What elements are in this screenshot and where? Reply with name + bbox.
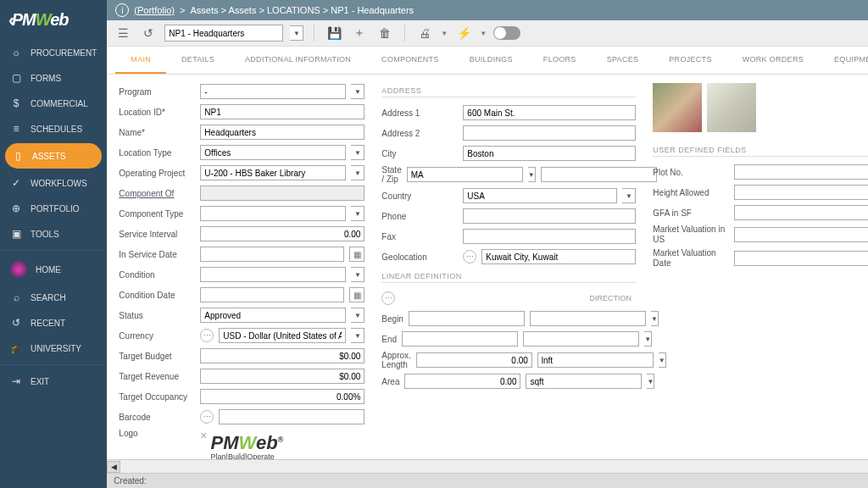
sidebar-item-forms[interactable]: ▢FORMS: [0, 65, 107, 91]
sidebar-item-exit[interactable]: ⇥EXIT: [0, 369, 107, 394]
chevron-down-icon[interactable]: ▼: [528, 167, 536, 182]
image-thumbnail[interactable]: [653, 83, 702, 132]
sidebar-item-home[interactable]: HOME: [0, 254, 107, 285]
zip-field[interactable]: [541, 167, 657, 182]
chevron-down-icon[interactable]: ▼: [622, 188, 636, 203]
program-field[interactable]: [200, 84, 346, 99]
horizontal-scrollbar[interactable]: ◀ ▶: [107, 459, 868, 473]
chevron-down-icon[interactable]: ▼: [351, 308, 364, 323]
sidebar-item-label: SEARCH: [31, 293, 66, 302]
operating-project-label: Operating Project: [119, 169, 195, 178]
toggle-switch[interactable]: [493, 26, 520, 40]
more-icon[interactable]: ⋯: [381, 291, 395, 305]
sidebar-item-portfolio[interactable]: ⊕PORTFOLIO: [0, 196, 107, 221]
tab-main[interactable]: MAIN: [115, 47, 166, 74]
history-button[interactable]: ↺: [139, 24, 158, 42]
service-interval-field[interactable]: [200, 226, 364, 241]
tab-projects[interactable]: PROJECTS: [654, 47, 726, 74]
gfa-field[interactable]: [734, 205, 868, 220]
mv-us-field[interactable]: [734, 227, 868, 242]
breadcrumb-portfolio[interactable]: (Portfolio): [134, 5, 175, 15]
tab-details[interactable]: DETAILS: [166, 47, 230, 74]
remove-logo-button[interactable]: ×: [200, 429, 207, 442]
calendar-icon[interactable]: ▦: [349, 287, 364, 302]
info-icon[interactable]: i: [115, 3, 129, 17]
plot-field[interactable]: [734, 164, 868, 180]
area-field[interactable]: [404, 374, 520, 389]
currency-field[interactable]: [219, 328, 346, 343]
tab-components[interactable]: COMPONENTS: [366, 47, 454, 74]
status-field[interactable]: [200, 308, 346, 323]
fax-field[interactable]: [463, 229, 636, 244]
phone-field[interactable]: [463, 208, 636, 224]
condition-field[interactable]: [200, 267, 346, 282]
country-field[interactable]: [463, 188, 617, 203]
begin-dir-field[interactable]: [530, 311, 646, 326]
sidebar-item-tools[interactable]: ▣TOOLS: [0, 221, 107, 247]
chevron-down-icon[interactable]: ▼: [644, 331, 652, 347]
tab-floors[interactable]: FLOORS: [528, 47, 592, 74]
target-budget-field[interactable]: [200, 348, 364, 363]
chevron-down-icon[interactable]: ▼: [290, 25, 303, 41]
location-type-field[interactable]: [200, 145, 346, 160]
state-field[interactable]: [407, 167, 523, 182]
in-service-date-field[interactable]: [200, 247, 344, 262]
tab-equipment[interactable]: EQUIPMENT: [819, 47, 868, 74]
logo-tagline: Plan|Build|Operate: [211, 452, 284, 459]
sidebar-item-commercial[interactable]: $COMMERCIAL: [0, 91, 107, 116]
target-revenue-field[interactable]: [200, 369, 364, 384]
list-view-button[interactable]: ☰: [114, 24, 132, 42]
calendar-icon[interactable]: ▦: [349, 247, 364, 262]
end-field[interactable]: [402, 331, 518, 347]
image-thumbnail[interactable]: [707, 83, 756, 132]
chevron-down-icon[interactable]: ▼: [351, 145, 364, 160]
length-unit-field[interactable]: [537, 352, 654, 368]
chevron-down-icon[interactable]: ▼: [351, 165, 364, 180]
tab-spaces[interactable]: SPACES: [592, 47, 654, 74]
begin-field[interactable]: [409, 311, 525, 326]
end-dir-field[interactable]: [523, 331, 639, 347]
address1-field[interactable]: [463, 105, 636, 120]
chevron-down-icon[interactable]: ▼: [351, 328, 364, 343]
chevron-down-icon[interactable]: ▼: [351, 267, 364, 282]
sidebar-item-university[interactable]: 🎓UNIVERSITY: [0, 336, 107, 361]
sidebar-item-schedules[interactable]: ≡SCHEDULES: [0, 116, 107, 141]
sidebar-item-assets[interactable]: ▯ASSETS: [5, 143, 102, 169]
sidebar-item-workflows[interactable]: ✓WORKFLOWS: [0, 170, 107, 196]
tab-additional[interactable]: ADDITIONAL INFORMATION: [230, 47, 366, 74]
area-unit-field[interactable]: [526, 374, 642, 389]
end-label: End: [381, 335, 397, 344]
sidebar-item-recent[interactable]: ↺RECENT: [0, 310, 107, 336]
more-icon[interactable]: ⋯: [200, 410, 214, 424]
name-field[interactable]: [200, 125, 364, 140]
record-selector[interactable]: [164, 25, 283, 42]
barcode-field[interactable]: [219, 409, 364, 424]
sidebar-item-procurement[interactable]: ☼PROCUREMENT: [0, 40, 107, 65]
chevron-down-icon[interactable]: ▼: [351, 206, 364, 221]
save-button[interactable]: 💾: [325, 24, 343, 42]
mv-date-field[interactable]: [734, 251, 868, 266]
operating-project-field[interactable]: [200, 165, 346, 180]
delete-button[interactable]: 🗑: [376, 24, 394, 42]
tab-work-orders[interactable]: WORK ORDERS: [727, 47, 819, 74]
condition-date-field[interactable]: [200, 287, 344, 302]
city-field[interactable]: [463, 146, 636, 161]
bolt-button[interactable]: ⚡: [454, 24, 473, 42]
address2-field[interactable]: [463, 125, 636, 141]
length-field[interactable]: [416, 352, 532, 368]
target-occupancy-field[interactable]: [200, 389, 364, 404]
component-of-field[interactable]: [200, 186, 364, 201]
print-button[interactable]: 🖨: [415, 24, 434, 42]
sidebar-item-search[interactable]: ⌕SEARCH: [0, 285, 107, 310]
add-button[interactable]: ＋: [350, 24, 369, 42]
more-icon[interactable]: ⋯: [463, 250, 476, 263]
scroll-left-icon[interactable]: ◀: [107, 461, 120, 473]
more-icon[interactable]: ⋯: [200, 329, 214, 342]
location-id-field[interactable]: [200, 104, 364, 119]
height-field[interactable]: [734, 185, 868, 200]
chevron-down-icon[interactable]: ▼: [351, 84, 364, 99]
geo-field[interactable]: [481, 249, 636, 264]
tab-buildings[interactable]: BUILDINGS: [454, 47, 528, 74]
component-type-field[interactable]: [200, 206, 346, 221]
component-of-label[interactable]: Component Of: [119, 189, 195, 198]
